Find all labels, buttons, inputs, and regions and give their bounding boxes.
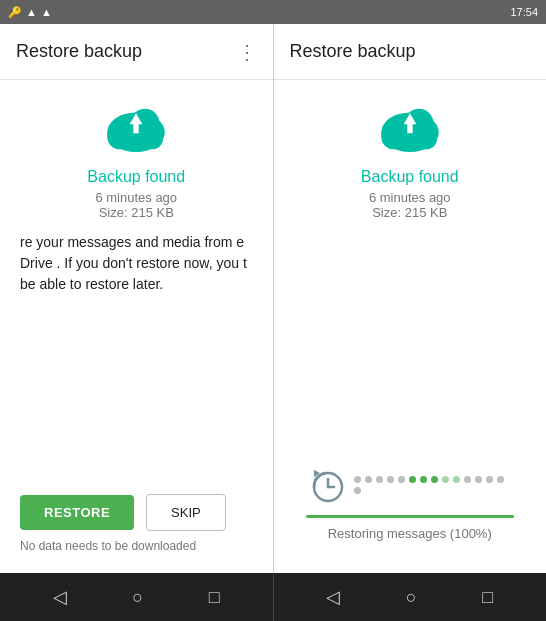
nav-home-left[interactable]: ○	[132, 587, 143, 608]
dot-6	[409, 476, 416, 483]
backup-found-label-1: Backup found	[87, 168, 185, 186]
skip-button[interactable]: SKIP	[146, 494, 226, 531]
nav-bar: ◁ ○ □ ◁ ○ □	[0, 573, 546, 621]
dot-3	[376, 476, 383, 483]
dot-12	[475, 476, 482, 483]
nav-half-right: ◁ ○ □	[274, 573, 547, 621]
app-bar-2: Restore backup	[274, 24, 547, 80]
progress-row	[306, 465, 515, 505]
status-left: 🔑 ▲ ▲	[8, 6, 52, 19]
action-buttons: RESTORE SKIP	[16, 494, 257, 531]
dot-5	[398, 476, 405, 483]
nav-home-right[interactable]: ○	[406, 587, 417, 608]
screen1-body: Backup found 6 minutes ago Size: 215 KB …	[0, 80, 273, 573]
nav-half-left: ◁ ○ □	[0, 573, 273, 621]
dot-10	[453, 476, 460, 483]
dot-13	[486, 476, 493, 483]
dot-2	[365, 476, 372, 483]
progress-dots	[354, 476, 515, 494]
screen-restore: Restore backup ⋮ Backup found	[0, 24, 274, 573]
nav-recent-right[interactable]: □	[482, 587, 493, 608]
backup-found-label-2: Backup found	[361, 168, 459, 186]
dot-8	[431, 476, 438, 483]
status-bar: 🔑 ▲ ▲ 17:54	[0, 0, 546, 24]
screen1-title: Restore backup	[16, 41, 142, 62]
dot-4	[387, 476, 394, 483]
app-bar-1: Restore backup ⋮	[0, 24, 273, 80]
nav-back-left[interactable]: ◁	[53, 586, 67, 608]
screen2-title: Restore backup	[290, 41, 416, 62]
backup-size-1: Size: 215 KB	[99, 205, 174, 220]
backup-time-1: 6 minutes ago	[95, 190, 177, 205]
dot-7	[420, 476, 427, 483]
restoring-text: Restoring messages (100%)	[328, 526, 492, 541]
dot-14	[497, 476, 504, 483]
restore-message-1: re your messages and media from e Drive …	[16, 232, 257, 295]
nav-back-right[interactable]: ◁	[326, 586, 340, 608]
progress-bar-container	[306, 515, 515, 518]
dot-9	[442, 476, 449, 483]
menu-icon-1[interactable]: ⋮	[237, 40, 257, 64]
cloud-upload-icon-1	[100, 100, 172, 160]
backup-time-2: 6 minutes ago	[369, 190, 451, 205]
screen-restoring: Restore backup Backup found 6 minutes ag…	[274, 24, 547, 573]
progress-bar-fill	[306, 515, 515, 518]
no-download-text: No data needs to be downloaded	[16, 539, 257, 553]
nav-recent-left[interactable]: □	[209, 587, 220, 608]
status-right: 17:54	[510, 6, 538, 18]
wifi-icon: ▲	[26, 6, 37, 18]
cloud-icon-wrapper-1	[100, 100, 172, 160]
restore-button[interactable]: RESTORE	[20, 495, 134, 530]
progress-section: Restoring messages (100%)	[290, 465, 531, 541]
time-display: 17:54	[510, 6, 538, 18]
dot-11	[464, 476, 471, 483]
cloud-icon-wrapper-2	[374, 100, 446, 160]
dot-1	[354, 476, 361, 483]
signal-icon: ▲	[41, 6, 52, 18]
screen2-body: Backup found 6 minutes ago Size: 215 KB	[274, 80, 547, 573]
key-icon: 🔑	[8, 6, 22, 19]
history-icon	[306, 465, 346, 505]
cloud-upload-icon-2	[374, 100, 446, 160]
screens-container: Restore backup ⋮ Backup found	[0, 24, 546, 573]
dot-15	[354, 487, 361, 494]
backup-size-2: Size: 215 KB	[372, 205, 447, 220]
